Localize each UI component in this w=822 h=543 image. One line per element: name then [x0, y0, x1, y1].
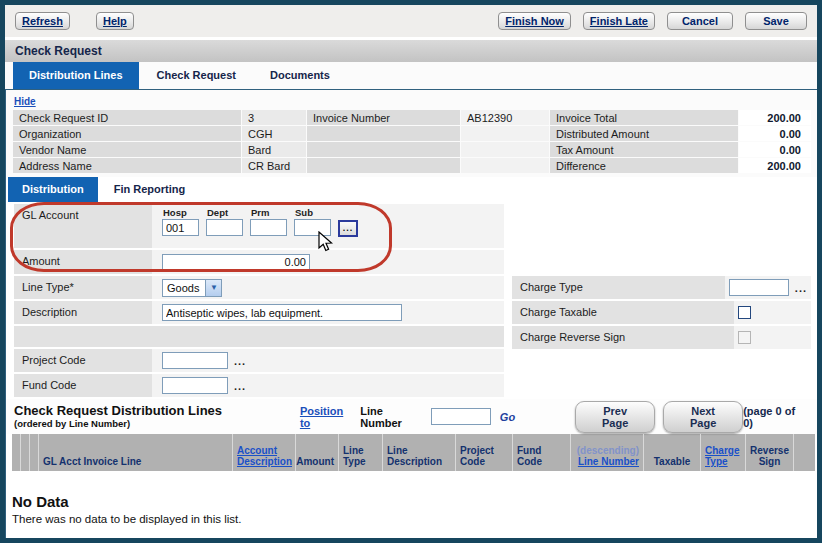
gl-account-lookup-button[interactable]: ... [338, 220, 358, 237]
gl-segment-hosp: Hosp [162, 207, 199, 236]
finish-late-button[interactable]: Finish Late [583, 12, 655, 30]
amount-field [152, 250, 504, 274]
amount-input[interactable] [162, 254, 310, 271]
line-type-row: Line Type* Goods ▼ [14, 276, 504, 299]
tab-documents[interactable]: Documents [254, 62, 346, 89]
next-page-button[interactable]: Next Page [663, 401, 743, 433]
summary-grid: Check Request ID 3 Invoice Number AB1239… [12, 109, 812, 174]
empty-cell [307, 142, 460, 157]
tab-distribution-lines[interactable]: Distribution Lines [13, 62, 139, 89]
empty-cell [461, 158, 549, 173]
main-tabs: Distribution Lines Check Request Documen… [5, 62, 817, 89]
line-type-selected-value: Goods [163, 282, 205, 294]
toolbar: Refresh Help Finish Now Finish Late Canc… [5, 5, 817, 39]
description-label: Description [14, 301, 152, 324]
finish-now-button[interactable]: Finish Now [498, 12, 571, 30]
empty-column-header [794, 434, 815, 471]
charge-type-input[interactable] [729, 279, 789, 296]
charge-type-field: ... [725, 276, 811, 299]
save-button[interactable]: Save [745, 12, 807, 30]
subtab-distribution[interactable]: Distribution [8, 177, 98, 202]
address-name-label: Address Name [13, 158, 241, 173]
charge-taxable-checkbox[interactable] [738, 306, 751, 319]
column-header-reverse-sign: Reverse Sign [746, 434, 794, 471]
chevron-down-icon: ▼ [205, 280, 221, 296]
charge-type-row: Charge Type ... [512, 276, 811, 299]
fund-code-label: Fund Code [14, 374, 152, 397]
table-header-row: GL Acct Invoice Line Account Description… [12, 434, 815, 471]
hide-link[interactable]: Hide [14, 96, 36, 107]
empty-column-header [30, 434, 39, 471]
difference-label: Difference [550, 158, 738, 173]
form-left-column: GL Account Hosp Dept Prm [14, 204, 504, 397]
column-header-gl-acct-invoice-line: GL Acct Invoice Line [39, 434, 233, 471]
hosp-input[interactable] [162, 219, 199, 236]
position-to-group: Position to Line Number Go [300, 405, 515, 429]
line-number-label: Line Number [360, 405, 426, 429]
column-header-line-number: (descending) Line Number [571, 434, 644, 471]
summary-section: Hide Check Request ID 3 Invoice Number A… [6, 90, 817, 177]
gl-segment-sub: Sub [294, 207, 331, 236]
column-header-amount: Amount [296, 434, 339, 471]
distributed-amount-value: 0.00 [739, 126, 811, 141]
fund-code-input[interactable] [162, 377, 228, 394]
sub-segment-label: Sub [294, 207, 331, 218]
no-data-title: No Data [12, 493, 811, 510]
distribution-form: GL Account Hosp Dept Prm [6, 202, 817, 399]
cancel-button[interactable]: Cancel [667, 12, 733, 30]
empty-cell [461, 126, 549, 141]
prm-input[interactable] [250, 219, 287, 236]
no-data-section: No Data There was no data to be displaye… [6, 471, 817, 525]
summary-row: Organization CGH Distributed Amount 0.00 [13, 126, 811, 141]
sub-input[interactable] [294, 219, 331, 236]
summary-row: Check Request ID 3 Invoice Number AB1239… [13, 110, 811, 125]
column-header-charge-type: Charge Type [701, 434, 746, 471]
amount-label: Amount [14, 250, 152, 274]
dept-segment-label: Dept [206, 207, 243, 218]
project-code-label: Project Code [14, 349, 152, 372]
vendor-name-label: Vendor Name [13, 142, 241, 157]
list-subtitle: (ordered by Line Number) [14, 418, 300, 429]
gl-segment-dept: Dept [206, 207, 243, 236]
gl-account-field: Hosp Dept Prm Sub [152, 204, 504, 248]
position-to-input[interactable] [431, 408, 491, 425]
project-code-input[interactable] [162, 352, 228, 369]
sub-tabs: Distribution Fin Reporting [6, 177, 817, 202]
amount-row: Amount [14, 250, 504, 274]
empty-cell [461, 142, 549, 157]
charge-reverse-sign-row: Charge Reverse Sign [512, 326, 811, 349]
help-button[interactable]: Help [96, 12, 134, 30]
tab-check-request[interactable]: Check Request [141, 62, 252, 89]
description-input[interactable] [162, 304, 402, 321]
gl-account-label: GL Account [14, 204, 152, 248]
empty-cell [14, 326, 152, 347]
summary-row: Address Name CR Bard Difference 200.00 [13, 158, 811, 173]
project-code-field: ... [152, 349, 504, 372]
project-code-lookup-button[interactable]: ... [234, 355, 246, 367]
charge-reverse-sign-field [734, 326, 811, 349]
fund-code-field: ... [152, 374, 504, 397]
invoice-number-value: AB12390 [461, 110, 549, 125]
dept-input[interactable] [206, 219, 243, 236]
content-panel: Hide Check Request ID 3 Invoice Number A… [5, 89, 817, 543]
go-button[interactable]: Go [500, 411, 515, 423]
charge-reverse-sign-label: Charge Reverse Sign [512, 326, 734, 349]
toolbar-left: Refresh Help [15, 12, 134, 30]
check-request-id-value: 3 [242, 110, 306, 125]
refresh-button[interactable]: Refresh [15, 12, 70, 30]
empty-column-header [12, 434, 21, 471]
line-type-select[interactable]: Goods ▼ [162, 279, 222, 297]
subtab-fin-reporting[interactable]: Fin Reporting [100, 177, 200, 202]
no-data-message: There was no data to be displayed in thi… [12, 513, 811, 525]
column-header-fund-code: Fund Code [513, 434, 571, 471]
position-to-link[interactable]: Position to [300, 405, 355, 429]
project-code-row: Project Code ... [14, 349, 504, 372]
column-header-line-description: Line Description [383, 434, 456, 471]
empty-cell [307, 126, 460, 141]
charge-type-lookup-button[interactable]: ... [795, 282, 807, 294]
column-header-account-description: Account Description [233, 434, 296, 471]
fund-code-lookup-button[interactable]: ... [234, 380, 246, 392]
empty-cell [307, 158, 460, 173]
prev-page-button[interactable]: Prev Page [575, 401, 655, 433]
tax-amount-label: Tax Amount [550, 142, 738, 157]
